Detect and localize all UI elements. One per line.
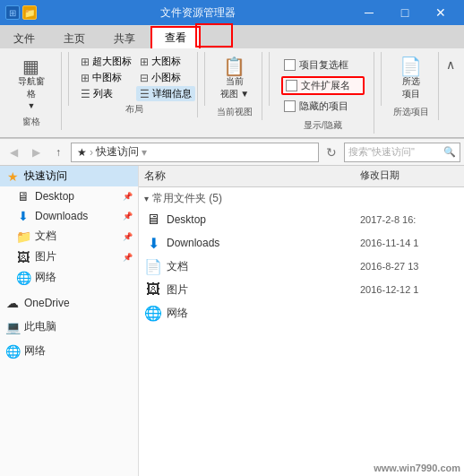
layout-group-label: 布局 xyxy=(77,101,192,116)
view-details-btn[interactable]: ☰ 详细信息 xyxy=(136,86,195,101)
ribbon-group-panes: ▦ 导航窗格▼ 窗格 xyxy=(5,52,62,130)
this-pc-icon: 💻 xyxy=(5,320,20,334)
file-row-network[interactable]: 🌐 网络 xyxy=(139,301,464,325)
ribbon-group-current-view: 📋 当前视图 ▼ 当前视图 xyxy=(211,52,262,120)
desktop-pin-icon: 📌 xyxy=(123,192,133,201)
window-title: 文件资源管理器 xyxy=(44,5,351,21)
hidden-checkbox-row[interactable]: 隐藏的项目 xyxy=(281,99,365,114)
ribbon-collapse-btn[interactable]: ∧ xyxy=(443,56,459,74)
pictures-icon: 🖼 xyxy=(16,250,30,264)
details-icon: ☰ xyxy=(140,88,150,100)
ribbon-group-select: 📄 所选项目 所选项目 xyxy=(388,52,439,120)
col-name-header[interactable]: 名称 xyxy=(144,169,360,184)
file-section-header[interactable]: ▾ 常用文件夹 (5) xyxy=(139,187,464,208)
onedrive-icon: ☁ xyxy=(5,296,20,310)
show-hide-checkboxes: 项目复选框 文件扩展名 隐藏的项目 xyxy=(278,54,368,117)
downloads-pin-icon: 📌 xyxy=(123,212,133,221)
sidebar-item-network-2[interactable]: 🌐 网络 xyxy=(0,341,138,361)
item-checkbox[interactable] xyxy=(284,59,296,71)
sidebar-item-quick-access[interactable]: ★ 快速访问 xyxy=(0,166,138,186)
nav-pane-button[interactable]: ▦ 导航窗格▼ xyxy=(7,54,56,114)
file-header: 名称 修改日期 xyxy=(139,166,464,187)
show-hide-group-label: 显示/隐藏 xyxy=(278,117,368,132)
up-button[interactable]: ↑ xyxy=(48,143,68,162)
network-file-name: 网络 xyxy=(167,306,356,321)
panes-group-label: 窗格 xyxy=(7,114,56,128)
tab-share[interactable]: 共享 xyxy=(100,29,149,48)
view-list-btn[interactable]: ☰ 列表 xyxy=(77,86,135,101)
small-label: 小图标 xyxy=(151,71,181,84)
downloads-file-date: 2016-11-14 1 xyxy=(360,238,459,248)
title-bar: ⊞ 📁 文件资源管理器 ─ □ ✕ xyxy=(0,0,464,25)
minimize-button[interactable]: ─ xyxy=(351,0,387,25)
current-view-button[interactable]: 📋 当前视图 ▼ xyxy=(212,54,257,104)
tab-view[interactable]: 查看 xyxy=(150,26,201,48)
tab-file[interactable]: 文件 xyxy=(0,29,48,48)
sidebar-label-network-2: 网络 xyxy=(24,343,46,359)
address-bar: ◀ ▶ ↑ ★ › 快速访问 ▾ ↻ 搜索"快速访问" 🔍 xyxy=(0,139,464,166)
view-extra-large-btn[interactable]: ⊞ 超大图标 xyxy=(77,54,135,69)
sidebar-label-downloads: Downloads xyxy=(35,210,88,222)
col-date-header[interactable]: 修改日期 xyxy=(360,169,459,184)
file-row-downloads[interactable]: ⬇ Downloads 2016-11-14 1 xyxy=(139,231,464,255)
search-box[interactable]: 搜索"快速访问" 🔍 xyxy=(344,143,460,162)
view-small-btn[interactable]: ⊟ 小图标 xyxy=(136,70,195,85)
file-row-desktop[interactable]: 🖥 Desktop 2017-2-8 16: xyxy=(139,208,464,231)
large-label: 大图标 xyxy=(151,55,181,68)
separator-3 xyxy=(269,52,270,106)
file-row-pictures[interactable]: 🖼 图片 2016-12-12 1 xyxy=(139,278,464,301)
sidebar-label-documents: 文档 xyxy=(35,229,56,244)
separator-1 xyxy=(68,52,69,106)
file-row-documents[interactable]: 📄 文档 2016-8-27 13 xyxy=(139,255,464,278)
current-view-group-label: 当前视图 xyxy=(217,104,253,118)
select-button[interactable]: 📄 所选项目 xyxy=(389,54,434,104)
sidebar-label-pictures: 图片 xyxy=(35,249,56,264)
desktop-file-name: Desktop xyxy=(167,213,356,226)
watermark-text: www.win7990.com xyxy=(374,463,460,473)
network-file-icon: 🌐 xyxy=(144,304,162,322)
maximize-button[interactable]: □ xyxy=(387,0,423,25)
forward-button[interactable]: ▶ xyxy=(26,143,46,162)
close-button[interactable]: ✕ xyxy=(423,0,459,25)
sidebar-label-network: 网络 xyxy=(35,270,56,285)
sidebar-item-desktop[interactable]: 🖥 Desktop 📌 xyxy=(0,186,138,206)
view-medium-btn[interactable]: ⊞ 中图标 xyxy=(77,70,135,85)
app-icon-2: 📁 xyxy=(22,5,37,20)
sidebar-item-downloads[interactable]: ⬇ Downloads 📌 xyxy=(0,206,138,226)
extra-large-icon: ⊞ xyxy=(81,56,90,68)
hidden-checkbox[interactable] xyxy=(284,100,296,112)
extension-checkbox[interactable] xyxy=(286,80,297,91)
ribbon-group-layout: ⊞ 超大图标 ⊞ 大图标 ⊞ 中图标 ⊟ 小图标 xyxy=(75,52,198,117)
sidebar-label-onedrive: OneDrive xyxy=(24,297,70,309)
path-current: 快速访问 xyxy=(96,144,139,160)
sidebar-item-pictures[interactable]: 🖼 图片 📌 xyxy=(0,247,138,267)
item-checkbox-row[interactable]: 项目复选框 xyxy=(281,57,365,73)
refresh-button[interactable]: ↻ xyxy=(322,143,341,162)
path-separator: › xyxy=(90,146,93,159)
view-large-btn[interactable]: ⊞ 大图标 xyxy=(136,54,195,69)
documents-file-date: 2016-8-27 13 xyxy=(360,261,459,272)
select-group-label: 所选项目 xyxy=(393,104,429,118)
current-view-label: 当前视图 ▼ xyxy=(220,75,250,100)
item-checkbox-label: 项目复选框 xyxy=(299,58,348,72)
ribbon: 文件 主页 共享 查看 ▦ 导航窗格▼ 窗格 ⊞ 超大图标 xyxy=(0,25,464,139)
sidebar-item-onedrive[interactable]: ☁ OneDrive xyxy=(0,293,138,313)
tab-home[interactable]: 主页 xyxy=(50,29,99,48)
title-icons: ⊞ 📁 xyxy=(5,5,37,20)
window-controls: ─ □ ✕ xyxy=(351,0,459,25)
sidebar-item-documents[interactable]: 📁 文档 📌 xyxy=(0,226,138,247)
extension-checkbox-row[interactable]: 文件扩展名 xyxy=(281,76,365,95)
downloads-file-icon: ⬇ xyxy=(144,234,162,252)
path-star-icon: ★ xyxy=(77,146,87,159)
desktop-icon: 🖥 xyxy=(16,189,30,203)
ribbon-group-show-hide: 项目复选框 文件扩展名 隐藏的项目 显示/隐藏 xyxy=(276,52,374,134)
sidebar-label-this-pc: 此电脑 xyxy=(24,319,56,334)
sidebar-label-desktop: Desktop xyxy=(35,190,74,203)
address-path[interactable]: ★ › 快速访问 ▾ xyxy=(71,143,319,162)
medium-icon: ⊞ xyxy=(81,72,90,84)
back-button[interactable]: ◀ xyxy=(4,143,23,162)
desktop-file-date: 2017-2-8 16: xyxy=(360,214,459,225)
sidebar-item-this-pc[interactable]: 💻 此电脑 xyxy=(0,316,138,337)
sidebar-item-network[interactable]: 🌐 网络 xyxy=(0,267,138,288)
extension-checkbox-label: 文件扩展名 xyxy=(301,79,350,92)
